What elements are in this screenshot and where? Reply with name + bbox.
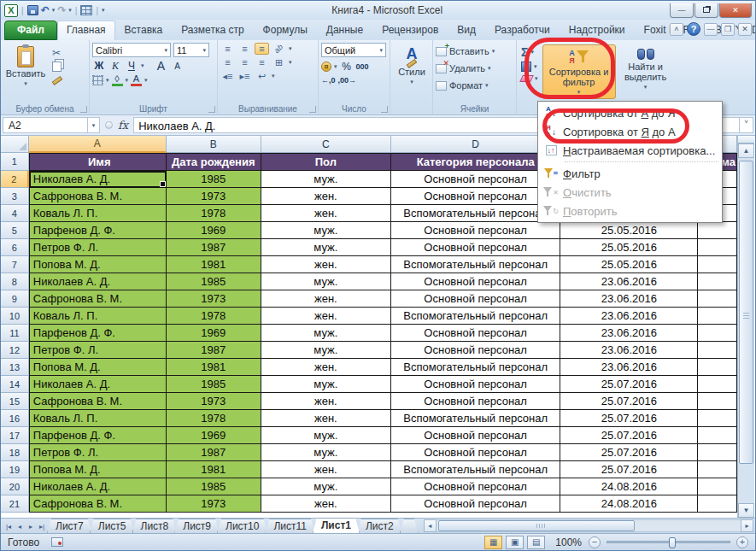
cell-B13[interactable]: 1981 — [167, 359, 261, 376]
scroll-left-icon[interactable]: ◂ — [424, 519, 437, 532]
column-header-D[interactable]: D — [391, 136, 561, 153]
next-sheet-icon[interactable]: ▸ — [26, 521, 36, 532]
cut-icon[interactable]: ✂ — [52, 48, 62, 58]
cell-C20[interactable]: муж. — [261, 478, 391, 495]
name-box[interactable]: A2 — [3, 117, 88, 133]
tab-Файл[interactable]: Файл — [4, 21, 57, 40]
accounting-arrow-icon[interactable]: ▾ — [334, 63, 337, 70]
cell-F8[interactable] — [698, 273, 737, 290]
cell-E6[interactable]: 25.05.2016 — [560, 239, 698, 256]
cell-E10[interactable]: 23.06.2016 — [560, 308, 698, 325]
zoom-slider[interactable] — [607, 541, 730, 543]
cell-B15[interactable]: 1973 — [167, 393, 261, 410]
fill-color-arrow-icon[interactable]: ▾ — [126, 77, 129, 84]
fill-arrow-icon[interactable]: ▾ — [534, 63, 537, 70]
cell-E15[interactable]: 25.07.2016 — [560, 393, 698, 410]
bold-button[interactable]: Ж — [92, 59, 106, 73]
sheet-tab-Лист8[interactable]: Лист8 — [132, 519, 178, 533]
cell-A15[interactable]: Сафронова В. М. — [29, 393, 167, 410]
restore-button[interactable] — [694, 3, 718, 18]
cell-B18[interactable]: 1987 — [167, 444, 261, 461]
redo-icon[interactable]: ↷ — [57, 4, 66, 16]
cell-A9[interactable]: Сафронова В. М. — [29, 290, 167, 308]
cell-D5[interactable]: Основной персонал — [391, 222, 561, 239]
cell-E16[interactable]: 25.07.2016 — [560, 410, 698, 427]
tab-Разработчи[interactable]: Разработчи — [485, 21, 560, 40]
cell-B16[interactable]: 1978 — [167, 410, 261, 427]
cell-C2[interactable]: муж. — [261, 171, 391, 188]
row-header-14[interactable]: 14 — [1, 376, 29, 393]
cell-C14[interactable]: муж. — [261, 376, 391, 393]
cell-B6[interactable]: 1987 — [167, 239, 261, 256]
cell-C3[interactable]: жен. — [261, 188, 391, 205]
cell-E9[interactable]: 23.06.2016 — [560, 290, 698, 308]
cell-E12[interactable]: 23.06.2016 — [560, 342, 698, 359]
cell-D7[interactable]: Вспомогательный персонал — [391, 256, 561, 273]
cell-A8[interactable]: Николаев А. Д. — [29, 273, 167, 290]
cell-F21[interactable] — [698, 495, 737, 513]
row-header-1[interactable]: 1 — [1, 153, 29, 171]
font-color-arrow-icon[interactable]: ▾ — [144, 77, 148, 84]
find-select-button[interactable]: Найти и выделить ▾ — [618, 44, 673, 99]
row-header-15[interactable]: 15 — [1, 393, 29, 410]
row-header-21[interactable]: 21 — [1, 495, 29, 513]
cell-C21[interactable]: жен. — [261, 495, 391, 513]
cell-A17[interactable]: Парфенов Д. Ф. — [29, 427, 167, 444]
cell-C16[interactable]: жен. — [261, 410, 391, 427]
merge-arrow-icon[interactable]: ▾ — [289, 59, 292, 66]
row-header-4[interactable]: 4 — [1, 205, 29, 222]
percent-style-button[interactable]: % — [340, 60, 354, 73]
cell-D17[interactable]: Основной персонал — [391, 427, 561, 444]
cell-B7[interactable]: 1981 — [167, 256, 261, 273]
row-header-11[interactable]: 11 — [1, 325, 29, 342]
cell-C17[interactable]: муж. — [261, 427, 391, 444]
cell-B5[interactable]: 1969 — [167, 222, 261, 239]
hscroll-thumb[interactable] — [438, 520, 635, 531]
row-header-17[interactable]: 17 — [1, 427, 29, 444]
cell-E14[interactable]: 25.07.2016 — [560, 376, 698, 393]
workbook-minimize-button[interactable]: — — [704, 23, 718, 36]
row-header-2[interactable]: 2 — [1, 171, 29, 188]
cell-F11[interactable] — [698, 325, 737, 342]
row-header-7[interactable]: 7 — [1, 256, 29, 273]
workbook-restore-button[interactable]: ❒ — [721, 23, 735, 36]
cell-C6[interactable]: муж. — [261, 239, 391, 256]
cell-F5[interactable] — [698, 222, 737, 239]
excel-logo-icon[interactable]: X — [4, 4, 18, 17]
horizontal-scrollbar[interactable]: ◂ ▸ — [424, 519, 753, 532]
collapse-ribbon-icon[interactable]: ˄ — [670, 23, 683, 36]
name-box-arrow-icon[interactable]: ▾ — [88, 117, 100, 133]
cell-C7[interactable]: жен. — [261, 256, 391, 273]
wrap-arrow-icon[interactable]: ▾ — [272, 73, 275, 79]
tab-Главная[interactable]: Главная — [57, 21, 115, 40]
sheet-tab-Лист11[interactable]: Лист11 — [265, 519, 315, 533]
sheet-tab-Лист2[interactable]: Лист2 — [357, 519, 402, 533]
tab-Рецензиров[interactable]: Рецензиров — [372, 21, 448, 40]
insert-worksheet-tab[interactable] — [400, 519, 419, 533]
expand-formula-bar-icon[interactable]: ˅ — [740, 117, 753, 133]
cell-D12[interactable]: Основной персонал — [391, 342, 561, 359]
vscroll-track[interactable] — [738, 158, 754, 503]
grow-font-button[interactable]: А — [155, 59, 168, 73]
tab-Вид[interactable]: Вид — [448, 21, 485, 40]
cell-A10[interactable]: Коваль Л. П. — [29, 308, 167, 325]
sheet-tab-Лист5[interactable]: Лист5 — [90, 519, 135, 533]
cell-F14[interactable] — [698, 376, 737, 393]
cell-D13[interactable]: Вспомогательный персонал — [391, 359, 561, 376]
comma-style-button[interactable]: 000 — [356, 62, 369, 71]
zoom-slider-thumb[interactable] — [669, 537, 676, 548]
cell-B12[interactable]: 1987 — [167, 342, 261, 359]
minimize-button[interactable]: — — [670, 3, 694, 18]
fx-icon[interactable]: fx — [118, 119, 128, 132]
align-center-icon[interactable]: ≡ — [237, 56, 252, 68]
cell-E17[interactable]: 25.07.2016 — [560, 427, 698, 444]
cell-B11[interactable]: 1969 — [167, 325, 261, 342]
cell-B20[interactable]: 1985 — [167, 478, 261, 495]
cell-B19[interactable]: 1981 — [167, 461, 261, 478]
sort-filter-button[interactable]: АЯ Сортировка и фильтр ▾ — [542, 44, 616, 99]
cell-D21[interactable]: Основной персонал — [391, 495, 561, 513]
cell-A3[interactable]: Сафронова В. М. — [29, 188, 167, 205]
cell-C12[interactable]: муж. — [261, 342, 391, 359]
help-icon[interactable]: ? — [687, 22, 700, 36]
italic-button[interactable]: К — [108, 59, 122, 73]
